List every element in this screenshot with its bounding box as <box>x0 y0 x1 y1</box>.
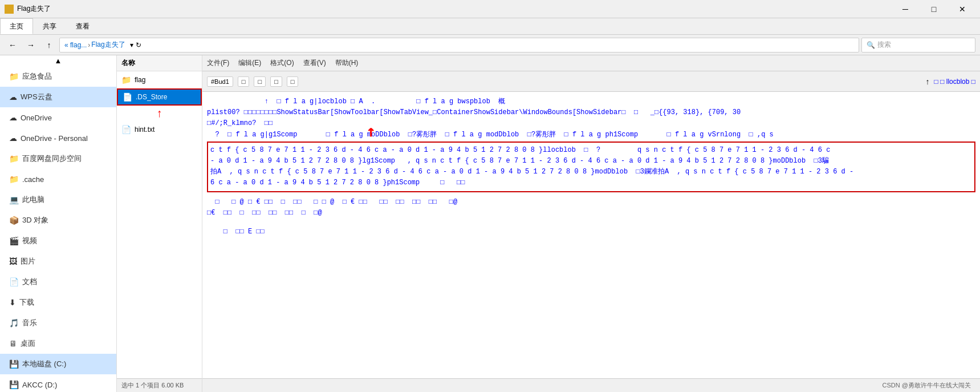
line3-blue: □#/;R_klmno? □□ <box>207 119 273 127</box>
disk-icon-2: 💾 <box>9 380 19 389</box>
toolbar-llocblob: □ □ llocblob □ <box>934 78 975 86</box>
address-bar: ← → ↑ « flag... › Flag走失了 ▾ ↻ 🔍 搜索 <box>0 35 980 55</box>
toolbar-btn2[interactable]: □ <box>254 76 266 87</box>
menu-view[interactable]: 查看(V) <box>303 58 326 68</box>
sidebar-item-baidu[interactable]: 📁 百度网盘同步空间 <box>0 148 116 169</box>
toolbar-btn1[interactable]: □ <box>238 76 250 87</box>
sidebar-item-akcc-d[interactable]: 💾 AKCC (D:) <box>0 374 116 392</box>
forward-button[interactable]: → <box>23 37 39 53</box>
up-button[interactable]: ↑ <box>41 37 57 53</box>
editor-line-6: - a 0 d 1 - a 9 4 b 5 1 2 7 2 8 0 8 }lg1… <box>210 156 972 167</box>
red-arrow-annotation: ↑ <box>117 106 202 121</box>
download-icon: ⬇ <box>9 298 16 307</box>
editor-line-4: ? □ f l a g|g1Scomp □ f l a g moDDblob □… <box>207 130 975 140</box>
editor-line-2: plist00? □□□□□□□□ShowStatusBar[ShowToolb… <box>207 107 975 118</box>
editor-line-9: □ □ @ □ € □□ □ □□ □ □ @ □ € □□ □□ □□ □□ … <box>207 197 975 208</box>
toolbar-btn4[interactable]: □ <box>287 76 299 87</box>
line7-blue: 拍A , q s n c t f { c 5 8 7 e 7 1 1 - 2 3… <box>210 168 853 176</box>
tab-main[interactable]: 主页 <box>0 18 33 34</box>
file-item-hint[interactable]: 📄 hint.txt <box>117 121 202 138</box>
sidebar-item-download[interactable]: ⬇ 下载 <box>0 292 116 313</box>
sidebar-item-video[interactable]: 🎬 视频 <box>0 231 116 251</box>
close-button[interactable]: ✕ <box>949 0 975 18</box>
ribbon: 主页 共享 查看 <box>0 18 980 35</box>
status-bar: 选中 1 个项目 6.00 KB <box>117 378 202 392</box>
tab-share[interactable]: 共享 <box>33 18 66 34</box>
file-item-ds-store[interactable]: 📄 .DS_Store <box>117 88 202 106</box>
highlighted-region: c t f { c 5 8 7 e 7 1 1 - 2 3 6 d - 4 6 … <box>207 142 975 192</box>
address-path[interactable]: « flag... › Flag走失了 ▾ ↻ <box>59 38 859 52</box>
refresh-button[interactable]: ↻ <box>136 41 141 49</box>
sidebar-item-onedrive-personal[interactable]: ☁ OneDrive - Personal <box>0 128 116 148</box>
toolbar-btn3[interactable]: □ <box>270 76 282 87</box>
file-item-flag[interactable]: 📁 flag <box>117 71 202 88</box>
toolbar-bud1[interactable]: #Bud1 <box>207 76 233 87</box>
line1-blue: ↑ □ f l a g|locblob □ A . □ f l a g bwsp… <box>265 98 505 106</box>
menu-help[interactable]: 帮助(H) <box>335 58 359 68</box>
sidebar-item-music[interactable]: 🎵 音乐 <box>0 313 116 333</box>
path-current[interactable]: Flag走失了 <box>91 40 125 50</box>
editor-pane: 文件(F) 编辑(E) 格式(O) 查看(V) 帮助(H) #Bud1 □ □ … <box>202 55 980 392</box>
main-layout: ▲ 📁 应急食品 ☁ WPS云盘 ☁ OneDrive ☁ OneDrive -… <box>0 55 980 392</box>
sidebar-scroll-up[interactable]: ▲ <box>0 55 116 66</box>
search-icon: 🔍 <box>867 41 875 49</box>
line4-blue: ? □ f l a g|g1Scomp □ f l a g moDDblob □… <box>207 131 774 139</box>
line5-blue: c t f { c 5 8 7 e 7 1 1 - 2 3 6 d - 4 6 … <box>210 146 830 154</box>
cloud-icon-2: ☁ <box>9 113 17 122</box>
editor-line-8: 6 c a - a 0 d 1 - a 9 4 b 5 1 2 7 2 8 0 … <box>210 177 972 188</box>
cloud-icon-3: ☁ <box>9 134 17 143</box>
disk-icon: 💾 <box>9 359 19 369</box>
sidebar-item-cache[interactable]: 📁 .cache <box>0 169 116 189</box>
line6-blue: - a 0 d 1 - a 9 4 b 5 1 2 7 2 8 0 8 }lg1… <box>210 157 829 165</box>
path-sep: › <box>88 41 90 49</box>
folder-icon-3: 📁 <box>9 175 19 184</box>
menu-format[interactable]: 格式(O) <box>270 58 294 68</box>
back-button[interactable]: ← <box>5 37 21 53</box>
red-arrow-container: c t f { c 5 8 7 e 7 1 1 - 2 3 6 d - 4 6 … <box>210 145 972 189</box>
sidebar-item-thispc[interactable]: 💻 此电脑 <box>0 189 116 210</box>
txt-file-icon: 📄 <box>121 125 131 134</box>
line8-blue: 6 c a - a 0 d 1 - a 9 4 b 5 1 2 7 2 8 0 … <box>210 179 465 187</box>
sidebar-item-docs[interactable]: 📄 文档 <box>0 272 116 292</box>
search-placeholder: 搜索 <box>877 40 891 50</box>
file-list-header: 名称 <box>117 55 202 71</box>
search-box[interactable]: 🔍 搜索 <box>861 38 975 52</box>
editor-line-1: ↑ □ f l a g|locblob □ A . □ f l a g bwsp… <box>207 96 975 107</box>
line2-blue: plist00? □□□□□□□□ShowStatusBar[ShowToolb… <box>207 108 741 116</box>
minimize-button[interactable]: ─ <box>892 0 918 18</box>
toolbar-up-arrow: ↑ <box>926 77 930 86</box>
sidebar-item-wps[interactable]: ☁ WPS云盘 <box>0 87 116 107</box>
editor-footer: CSDN @勇敢许牛牛在线大闯关 <box>202 378 980 392</box>
sidebar-item-local-c[interactable]: 💾 本地磁盘 (C:) <box>0 354 116 374</box>
cloud-icon: ☁ <box>9 92 17 102</box>
title-bar-controls: ─ □ ✕ <box>892 0 975 18</box>
maximize-button[interactable]: □ <box>921 0 947 18</box>
menu-file[interactable]: 文件(F) <box>207 58 229 68</box>
picture-icon: 🖼 <box>9 257 17 266</box>
music-icon: 🎵 <box>9 318 19 328</box>
folder-file-icon: 📁 <box>121 75 131 84</box>
file-doc-icon: 📄 <box>123 92 132 102</box>
line10-blue: □€ □□ □ □□ □□ □□ □ □@ <box>207 209 322 217</box>
line11-blue: □ □□ E □□ <box>207 228 265 236</box>
title-bar: Flag走失了 ─ □ ✕ <box>0 0 980 18</box>
path-dropdown[interactable]: ▾ <box>130 41 133 49</box>
sidebar-item-3d[interactable]: 📦 3D 对象 <box>0 210 116 231</box>
line9-blue: □ □ @ □ € □□ □ □□ □ □ @ □ € □□ □□ □□ □□ … <box>207 198 457 206</box>
path-flag[interactable]: « flag... <box>64 41 87 49</box>
editor-line-10: □€ □□ □ □□ □□ □□ □ □@ <box>207 208 975 219</box>
sidebar-item-picture[interactable]: 🖼 图片 <box>0 251 116 272</box>
menu-edit[interactable]: 编辑(E) <box>238 58 261 68</box>
sidebar-item-onedrive[interactable]: ☁ OneDrive <box>0 107 116 128</box>
sidebar-item-desktop[interactable]: 🖥 桌面 <box>0 333 116 354</box>
file-list-pane: 名称 📁 flag 📄 .DS_Store ↑ 📄 hint.txt 选中 1 … <box>117 55 202 392</box>
editor-content[interactable]: ↑ □ f l a g|locblob □ A . □ f l a g bwsp… <box>202 92 980 378</box>
sidebar: ▲ 📁 应急食品 ☁ WPS云盘 ☁ OneDrive ☁ OneDrive -… <box>0 55 117 392</box>
pc-icon: 💻 <box>9 195 19 204</box>
sidebar-item-yingji[interactable]: 📁 应急食品 <box>0 66 116 87</box>
doc-icon: 📄 <box>9 277 19 286</box>
tab-view[interactable]: 查看 <box>66 18 99 34</box>
folder-icon: 📁 <box>9 72 19 81</box>
editor-menubar: 文件(F) 编辑(E) 格式(O) 查看(V) 帮助(H) <box>202 55 980 71</box>
editor-line-7: 拍A , q s n c t f { c 5 8 7 e 7 1 1 - 2 3… <box>210 167 972 177</box>
